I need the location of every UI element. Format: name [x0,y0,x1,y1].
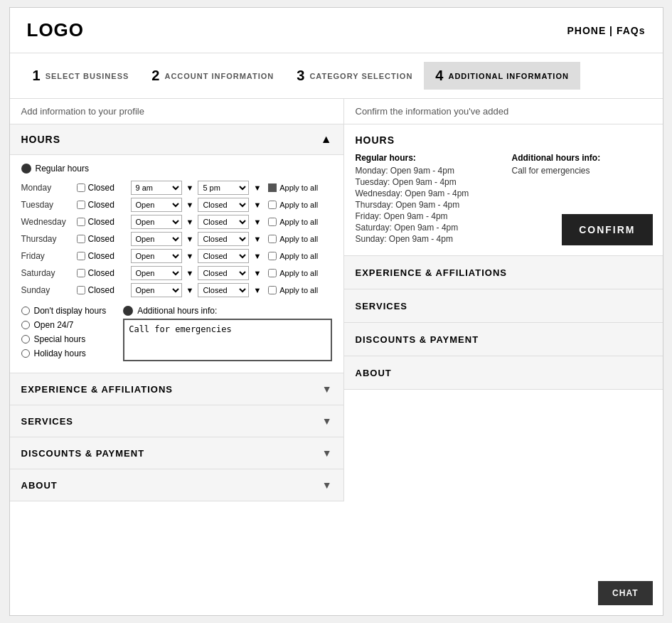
hours-row-saturday: Saturday Closed Open 9 am ▼ Cl [21,266,332,280]
saturday-closed-label: Closed [88,268,114,278]
confirm-additional-text: Call for emergencies [512,166,651,176]
wednesday-apply-input[interactable] [268,218,277,226]
left-section-experience[interactable]: EXPERIENCE & AFFILIATIONS ▼ [10,373,343,405]
wednesday-closed-label: Closed [88,217,114,227]
wednesday-open-select[interactable]: Open 9 am [131,215,182,229]
services-title: SERVICES [21,416,74,427]
wednesday-closed-input[interactable] [77,218,85,226]
confirm-button[interactable]: CONFIRM [562,214,652,245]
sunday-close-select[interactable]: Closed 5 pm [198,283,249,297]
step-2-num: 2 [151,68,160,84]
additional-hours-group: Additional hours info: Call for emergenc… [123,306,331,364]
confirm-wednesday: Wednesday: Open 9am - 4pm [356,188,495,198]
option-no-display[interactable]: Don't display hours [21,306,107,316]
step-3[interactable]: 3 CATEGORY SELECTION [285,62,424,90]
thursday-apply-input[interactable] [268,235,277,243]
hours-title: HOURS [21,134,61,145]
step-4-num: 4 [435,68,444,84]
friday-apply-label: Apply to all [279,252,318,260]
left-panel-header: Add information to your profile [10,99,343,124]
tuesday-closed-input[interactable] [77,201,85,209]
thursday-closed-input[interactable] [77,235,85,243]
no-display-radio [21,307,30,315]
thursday-close-arrow: ▼ [253,235,261,243]
monday-apply-all[interactable]: Apply to all [268,183,318,192]
tuesday-open-select[interactable]: Open 9 am [131,198,182,212]
step-2-label: ACCOUNT INFORMATION [164,72,274,80]
saturday-close-select[interactable]: Closed 5 pm [198,266,249,280]
monday-close-select[interactable]: 5 pm 4 pm 6 pm [198,181,249,195]
step-2[interactable]: 2 ACCOUNT INFORMATION [140,62,285,90]
saturday-closed-checkbox[interactable]: Closed [77,268,127,278]
page-wrapper: LOGO PHONE | FAQs 1 SELECT BUSINESS 2 AC… [9,7,663,616]
sunday-closed-checkbox[interactable]: Closed [77,285,127,295]
right-panel-header: Confirm the information you've added [344,99,663,124]
friday-apply-all[interactable]: Apply to all [268,252,318,260]
special-hours-radio [21,335,30,344]
saturday-open-select[interactable]: Open 9 am [131,266,182,280]
left-section-about[interactable]: ABOUT ▼ [10,469,343,501]
tuesday-apply-all[interactable]: Apply to all [268,201,318,209]
saturday-apply-input[interactable] [268,269,277,277]
open-247-label: Open 24/7 [34,320,74,330]
special-hours-label: Special hours [34,334,86,344]
regular-hours-radio[interactable]: Regular hours [21,164,332,174]
option-special-hours[interactable]: Special hours [21,334,107,344]
sunday-closed-label: Closed [88,285,114,295]
friday-close-select[interactable]: Closed 5 pm [198,249,249,263]
logo: LOGO [27,19,85,41]
monday-closed-checkbox[interactable]: Closed [77,183,127,193]
thursday-apply-all[interactable]: Apply to all [268,235,318,243]
tuesday-close-select[interactable]: Closed 5 pm [198,198,249,212]
option-holiday-hours[interactable]: Holiday hours [21,348,107,358]
discounts-chevron-icon: ▼ [322,447,332,459]
sunday-apply-all[interactable]: Apply to all [268,286,318,294]
wednesday-closed-checkbox[interactable]: Closed [77,217,127,227]
friday-apply-input[interactable] [268,252,277,260]
thursday-open-select[interactable]: Open 9 am [131,232,182,246]
left-section-services[interactable]: SERVICES ▼ [10,405,343,437]
regular-hours-label: Regular hours [36,164,89,174]
regular-hours-confirm-label: Regular hours: [356,153,495,163]
right-section-discounts[interactable]: DISCOUNTS & PAYMENT [344,323,663,356]
right-section-experience[interactable]: EXPERIENCE & AFFILIATIONS [344,256,663,289]
hours-row-friday: Friday Closed Open 9 am ▼ Clos [21,249,332,263]
tuesday-closed-checkbox[interactable]: Closed [77,200,127,210]
thursday-close-select[interactable]: Closed 5 pm [198,232,249,246]
header-nav[interactable]: PHONE | FAQs [567,25,645,36]
sunday-open-select[interactable]: Open 9 am [131,283,182,297]
monday-closed-input[interactable] [77,183,85,192]
right-section-about[interactable]: ABOUT [344,356,663,390]
saturday-close-arrow: ▼ [253,269,261,277]
sunday-time-arrow: ▼ [186,286,194,294]
right-services-title: SERVICES [356,301,408,312]
right-section-services[interactable]: SERVICES [344,289,663,323]
thursday-closed-checkbox[interactable]: Closed [77,234,127,244]
confirm-hours-left: Regular hours: Monday: Open 9am - 4pm Tu… [356,153,495,245]
chat-button[interactable]: CHAT [598,581,652,605]
right-experience-title: EXPERIENCE & AFFILIATIONS [356,267,508,278]
wednesday-apply-all[interactable]: Apply to all [268,218,318,226]
experience-title: EXPERIENCE & AFFILIATIONS [21,384,174,395]
monday-open-select[interactable]: 9 am 8 am 10 am [131,181,182,195]
confirm-saturday: Saturday: Open 9am - 4pm [356,223,495,233]
friday-closed-input[interactable] [77,252,85,260]
wednesday-close-select[interactable]: Closed 5 pm [198,215,249,229]
option-open-247[interactable]: Open 24/7 [21,320,107,330]
hours-section-header[interactable]: HOURS ▲ [10,124,343,155]
hours-section: HOURS ▲ Regular hours Monday [10,124,343,373]
saturday-apply-all[interactable]: Apply to all [268,269,318,277]
tuesday-apply-input[interactable] [268,201,277,209]
sunday-apply-input[interactable] [268,286,277,294]
hours-row-thursday: Thursday Closed Open 9 am ▼ Cl [21,232,332,246]
step-4[interactable]: 4 ADDITIONAL INFORMATION [424,62,580,90]
saturday-closed-input[interactable] [77,269,85,277]
step-1[interactable]: 1 SELECT BUSINESS [21,62,141,90]
friday-open-select[interactable]: Open 9 am [131,249,182,263]
sunday-closed-input[interactable] [77,286,85,294]
open-247-radio [21,321,30,329]
additional-info-textarea[interactable]: Call for emergencies [123,319,331,361]
left-section-discounts[interactable]: DISCOUNTS & PAYMENT ▼ [10,437,343,469]
friday-closed-checkbox[interactable]: Closed [77,251,127,261]
additional-info-label-row: Additional hours info: [123,306,331,316]
